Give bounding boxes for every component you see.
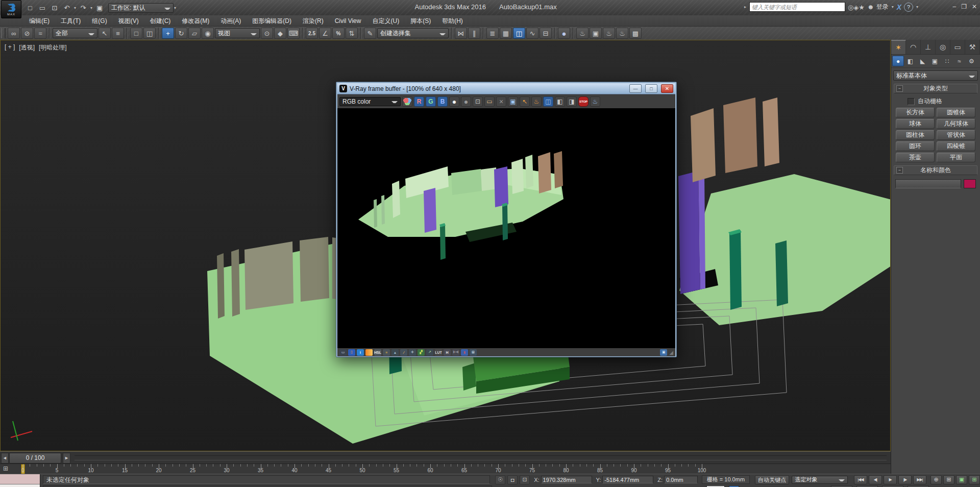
previous-frame-arrow[interactable]: ◄	[1, 453, 9, 464]
primitive-button-圆柱体[interactable]: 圆柱体	[896, 130, 935, 140]
viewport-pov-menu[interactable]: [透视]	[19, 43, 35, 52]
vfb-copy-to-host-icon[interactable]: ▣	[508, 96, 518, 107]
open-file-icon[interactable]: ▭	[37, 3, 48, 13]
vfb-monochrome-icon[interactable]: ●	[449, 96, 459, 107]
vfb-hsl-icon[interactable]: HSL	[374, 349, 381, 356]
category-shapes-icon[interactable]: ◧	[904, 56, 916, 66]
snaps-toggle-icon[interactable]: 2.5	[306, 28, 318, 39]
viewport-shading-menu[interactable]: [明暗处理]	[39, 43, 67, 52]
spinner-snap-icon[interactable]: ⇅	[346, 28, 358, 39]
selection-filter-dropdown[interactable]: 全部	[53, 28, 97, 38]
key-filters-icon[interactable]	[729, 485, 739, 487]
menu-item-4[interactable]: 创建(C)	[144, 15, 177, 27]
category-geometry-icon[interactable]: ●	[892, 56, 904, 66]
primitive-category-dropdown[interactable]: 标准基本体	[893, 70, 978, 81]
window-crossing-icon[interactable]: ◫	[143, 28, 156, 39]
menu-item-1[interactable]: 工具(T)	[55, 15, 86, 27]
unlink-selection-icon[interactable]: ⊘	[21, 28, 33, 39]
primitive-button-四棱锥[interactable]: 四棱锥	[937, 141, 975, 151]
percent-snap-icon[interactable]: %	[332, 28, 345, 39]
mirror-icon[interactable]: ⋈	[455, 28, 467, 39]
go-to-start-icon[interactable]: |◀◀	[854, 475, 867, 484]
zoom-all-icon[interactable]: ⊞	[943, 475, 954, 484]
zoom-extents-icon[interactable]: ▣	[956, 475, 967, 484]
collapse-icon[interactable]: −	[896, 167, 903, 174]
menu-item-2[interactable]: 组(G)	[86, 15, 112, 27]
undo-icon[interactable]: ↶	[61, 3, 72, 13]
open-mini-curve-editor-icon[interactable]: ⊞	[3, 465, 8, 472]
bind-to-space-warp-icon[interactable]: ≈	[34, 28, 46, 39]
graphite-ribbon-icon[interactable]: ▦	[500, 28, 512, 39]
redo-icon[interactable]: ↷	[78, 3, 89, 13]
menu-item-7[interactable]: 图形编辑器(D)	[247, 15, 297, 27]
menu-item-3[interactable]: 视图(V)	[113, 15, 144, 27]
select-and-link-icon[interactable]: ∞	[8, 28, 20, 39]
vfb-render-last-icon[interactable]: ♨	[590, 96, 600, 107]
menu-item-11[interactable]: 脚本(S)	[405, 15, 436, 27]
keyboard-override-icon[interactable]: ⌨	[287, 28, 300, 39]
edit-named-sets-icon[interactable]: ✎	[364, 28, 376, 39]
vfb-lut-icon[interactable]: LUT	[435, 349, 442, 356]
maximize-viewport-toggle-icon[interactable]	[908, 485, 929, 487]
search-input[interactable]	[749, 2, 845, 12]
next-frame-icon[interactable]: |▶	[898, 475, 912, 484]
vfb-region-render-icon[interactable]: ♨	[531, 96, 542, 107]
isolate-selection-icon[interactable]: ☉	[495, 475, 505, 484]
zoom-extents-all-icon[interactable]: ⊞	[969, 475, 980, 484]
vfb-pixel-aspect-icon[interactable]: ⊦⊣	[452, 349, 459, 356]
vfb-stop-icon[interactable]: STOP	[578, 96, 589, 107]
go-to-end-icon[interactable]: ▶▶|	[913, 475, 926, 484]
vfb-save-image-icon[interactable]: ⊡	[473, 96, 483, 107]
vfb-histogram-icon[interactable]: H	[444, 349, 451, 356]
schematic-view-icon[interactable]: ⊟	[540, 28, 552, 39]
close-button[interactable]: ✕	[972, 3, 977, 10]
tab-motion[interactable]: ◎	[936, 40, 950, 54]
orbit-icon[interactable]	[882, 485, 903, 487]
curve-editor-icon[interactable]: ∿	[526, 28, 538, 39]
y-coordinate-field[interactable]: -5184.477mm	[602, 476, 653, 483]
time-slider[interactable]: 0 / 100	[9, 453, 61, 464]
vfb-green-channel-icon[interactable]: G	[426, 96, 436, 107]
category-helpers-icon[interactable]: ∷	[941, 56, 953, 66]
vfb-resize-grip[interactable]: ◢	[669, 350, 673, 355]
menu-item-8[interactable]: 渲染(R)	[297, 15, 329, 27]
vfb-exposure-icon[interactable]: ∕	[400, 349, 407, 356]
infocenter-collapse-icon[interactable]: ▸	[744, 5, 746, 9]
primitive-button-长方体[interactable]: 长方体	[896, 108, 935, 117]
vfb-compare-ab-icon[interactable]: ◧	[555, 96, 565, 107]
time-slider-track[interactable]	[75, 455, 887, 460]
help-icon[interactable]: ?	[904, 3, 913, 12]
viewport-general-menu[interactable]: [ + ]	[5, 43, 15, 52]
menu-item-0[interactable]: 编辑(E)	[23, 15, 55, 27]
scene-explorer-icon[interactable]: ◫	[513, 28, 525, 39]
vfb-display-window-icon[interactable]: ▭	[339, 349, 347, 356]
vfb-side-panel-toggle-icon[interactable]: ▣	[660, 349, 667, 356]
render-production-icon[interactable]: ♨	[603, 28, 615, 39]
vfb-compare-ba-icon[interactable]: ◨	[567, 96, 577, 107]
tab-display[interactable]: ▭	[950, 40, 965, 54]
primitive-button-球体[interactable]: 球体	[896, 119, 935, 129]
toolbar-drag-handle[interactable]	[1, 28, 6, 38]
render-elements-icon[interactable]: ▩	[629, 28, 642, 39]
select-and-manipulate-icon[interactable]: ◆	[274, 28, 286, 39]
tab-hierarchy[interactable]: ⊥	[921, 40, 936, 54]
set-key-button[interactable]	[706, 485, 725, 487]
category-lights-icon[interactable]: ◣	[917, 56, 928, 66]
exchange-apps-icon[interactable]: X	[897, 3, 901, 11]
angle-snap-icon[interactable]: ∠	[319, 28, 331, 39]
autogrid-checkbox[interactable]	[908, 98, 915, 105]
primitive-button-管状体[interactable]: 管状体	[937, 130, 975, 140]
vfb-magnifier-icon[interactable]: ⊞	[470, 349, 477, 356]
selection-set-dropdown[interactable]: 选定对象	[792, 476, 848, 484]
time-configuration-icon[interactable]	[831, 485, 852, 487]
material-editor-icon[interactable]: ●	[558, 28, 570, 39]
primitive-button-平面[interactable]: 平面	[937, 153, 975, 162]
tab-modify[interactable]: ◠	[906, 40, 921, 54]
vfb-background-image-icon[interactable]: ▞	[418, 349, 425, 356]
vfb-minimize-button[interactable]: —	[629, 84, 642, 93]
select-by-name-icon[interactable]: ≡	[112, 28, 124, 39]
primitive-button-茶壶[interactable]: 茶壶	[896, 153, 935, 162]
select-object-icon[interactable]: ↖	[99, 28, 111, 39]
sign-in-flyout-icon[interactable]: ▾	[892, 5, 894, 9]
select-and-rotate-icon[interactable]: ↻	[175, 28, 187, 39]
